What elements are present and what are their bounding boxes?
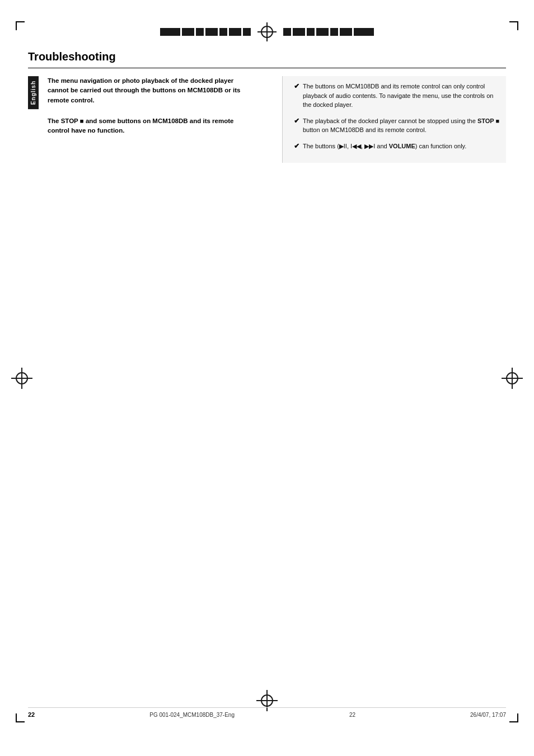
- seg4: [205, 28, 218, 36]
- top-bar-right: [283, 28, 374, 36]
- seg14: [354, 28, 374, 36]
- problems-column: The menu navigation or photo playback of…: [48, 76, 265, 163]
- solution-item-3: ✔ The buttons (▶II, I◀◀, ▶▶I and VOLUME)…: [294, 142, 500, 151]
- page-number: 22: [28, 711, 35, 718]
- seg12: [330, 28, 338, 36]
- corner-mark-br: [509, 713, 518, 722]
- seg7: [243, 28, 251, 36]
- checkmark-icon-2: ✔: [294, 117, 299, 125]
- seg11: [316, 28, 329, 36]
- solution-text-2: The playback of the docked player cannot…: [303, 116, 500, 135]
- page-title: Troubleshooting: [28, 50, 506, 68]
- seg5: [219, 28, 227, 36]
- seg8: [283, 28, 291, 36]
- problem-text-1: The menu navigation or photo playback of…: [48, 76, 254, 105]
- problem-item-2: The STOP ■ and some buttons on MCM108DB …: [48, 116, 254, 136]
- seg6: [229, 28, 241, 36]
- right-crosshair-icon: [506, 372, 518, 384]
- corner-mark-bl: [16, 713, 25, 722]
- top-decorative-bar: [0, 27, 534, 37]
- top-crosshair-icon: [261, 26, 273, 38]
- language-tab: English: [28, 76, 39, 109]
- two-column-layout: The menu navigation or photo playback of…: [48, 76, 506, 163]
- seg1: [160, 28, 180, 36]
- doc-ref-left: PG 001-024_MCM108DB_37-Eng: [149, 712, 235, 718]
- bottom-info-bar: 22 PG 001-024_MCM108DB_37-Eng 22 26/4/07…: [28, 707, 506, 718]
- content-area: English The menu navigation or photo pla…: [28, 76, 506, 163]
- seg2: [182, 28, 194, 36]
- seg10: [307, 28, 315, 36]
- doc-ref-right: 26/4/07, 17:07: [470, 712, 506, 718]
- solution-item-1: ✔ The buttons on MCM108DB and its remote…: [294, 82, 500, 110]
- top-bar-left: [160, 28, 251, 36]
- problem-text-2: The STOP ■ and some buttons on MCM108DB …: [48, 116, 254, 136]
- solution-text-1: The buttons on MCM108DB and its remote c…: [303, 82, 500, 110]
- left-crosshair-icon: [16, 372, 28, 384]
- solutions-column: ✔ The buttons on MCM108DB and its remote…: [282, 76, 506, 163]
- main-content: Troubleshooting English The menu navigat…: [28, 50, 506, 694]
- doc-ref-center: 22: [349, 712, 355, 718]
- seg3: [196, 28, 204, 36]
- solution-text-3: The buttons (▶II, I◀◀, ▶▶I and VOLUME) c…: [303, 142, 466, 151]
- problem-item-1: The menu navigation or photo playback of…: [48, 76, 254, 105]
- solution-item-2: ✔ The playback of the docked player cann…: [294, 116, 500, 135]
- bottom-crosshair-icon: [261, 694, 273, 707]
- seg13: [340, 28, 352, 36]
- checkmark-icon-3: ✔: [294, 142, 299, 150]
- checkmark-icon-1: ✔: [294, 82, 299, 90]
- seg9: [293, 28, 305, 36]
